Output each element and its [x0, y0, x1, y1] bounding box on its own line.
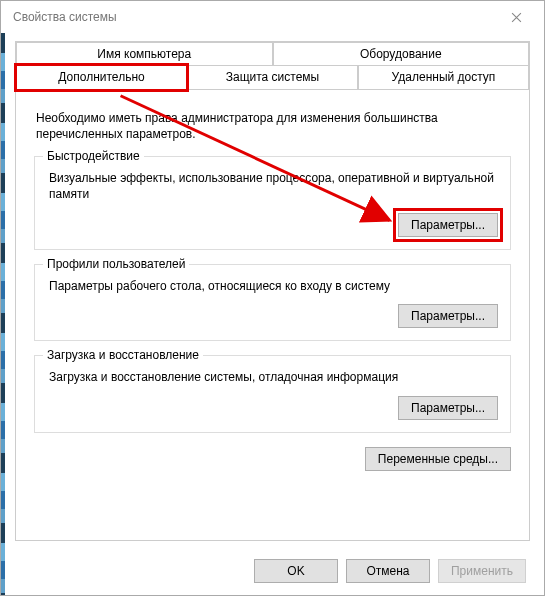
group-startup-title: Загрузка и восстановление — [43, 348, 203, 362]
group-startup-desc: Загрузка и восстановление системы, отлад… — [49, 370, 496, 386]
group-profiles-title: Профили пользователей — [43, 257, 189, 271]
tab-remote[interactable]: Удаленный доступ — [358, 65, 529, 90]
titlebar: Свойства системы — [1, 1, 544, 33]
group-performance: Быстродействие Визуальные эффекты, испол… — [34, 156, 511, 249]
group-profiles: Профили пользователей Параметры рабочего… — [34, 264, 511, 342]
tab-pane-advanced: Необходимо иметь права администратора дл… — [16, 90, 529, 487]
tab-advanced[interactable]: Дополнительно — [16, 65, 187, 90]
dialog-content: Имя компьютера Оборудование Дополнительн… — [15, 41, 530, 541]
dialog-buttons: OK Отмена Применить — [254, 559, 526, 583]
profiles-settings-button[interactable]: Параметры... — [398, 304, 498, 328]
cancel-button[interactable]: Отмена — [346, 559, 430, 583]
group-profiles-desc: Параметры рабочего стола, относящиеся ко… — [49, 279, 496, 295]
close-icon — [511, 12, 522, 23]
startup-settings-button[interactable]: Параметры... — [398, 396, 498, 420]
tab-system-protection[interactable]: Защита системы — [187, 65, 358, 90]
ok-button[interactable]: OK — [254, 559, 338, 583]
group-startup: Загрузка и восстановление Загрузка и вос… — [34, 355, 511, 433]
apply-button: Применить — [438, 559, 526, 583]
environment-variables-button[interactable]: Переменные среды... — [365, 447, 511, 471]
close-button[interactable] — [496, 1, 536, 33]
edge-stripe — [1, 1, 5, 595]
window-title: Свойства системы — [13, 10, 117, 24]
group-performance-title: Быстродействие — [43, 149, 144, 163]
performance-settings-button[interactable]: Параметры... — [398, 213, 498, 237]
tabs: Имя компьютера Оборудование Дополнительн… — [16, 42, 529, 90]
group-performance-desc: Визуальные эффекты, использование процес… — [49, 171, 496, 202]
intro-text: Необходимо иметь права администратора дл… — [36, 110, 509, 142]
tab-computer-name[interactable]: Имя компьютера — [16, 42, 273, 65]
tab-hardware[interactable]: Оборудование — [273, 42, 530, 65]
